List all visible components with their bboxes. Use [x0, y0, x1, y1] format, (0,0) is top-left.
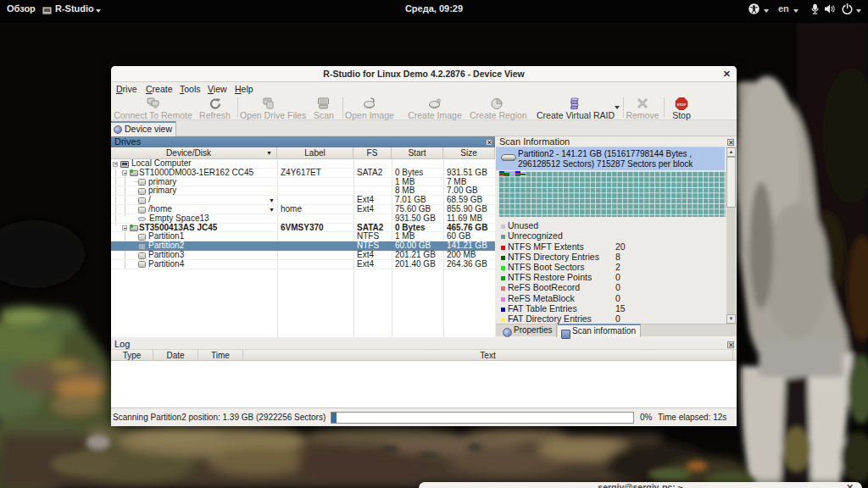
svg-text:STOP: STOP: [677, 103, 687, 107]
